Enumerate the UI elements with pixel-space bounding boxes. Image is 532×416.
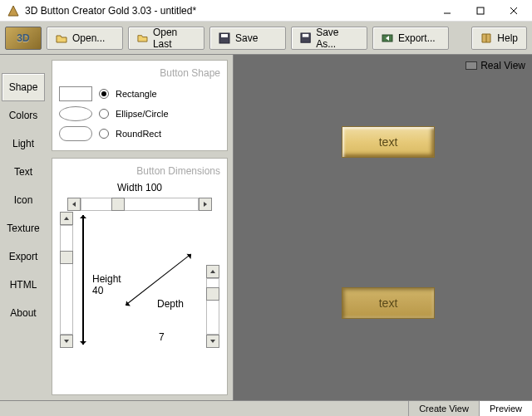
- tab-preview[interactable]: Preview: [479, 401, 532, 416]
- depth-slider[interactable]: [205, 265, 220, 348]
- app-logo: 3D: [5, 27, 42, 50]
- arrow-down-icon[interactable]: [60, 335, 73, 348]
- svg-marker-0: [8, 6, 18, 16]
- radio-rectangle-label: Rectangle: [116, 89, 157, 99]
- arrow-down-icon[interactable]: [206, 335, 219, 348]
- sidebar-item-light[interactable]: Light: [0, 130, 47, 158]
- preview-area: Real View text text: [233, 55, 532, 400]
- radio-roundrect-label: RoundRect: [116, 129, 161, 139]
- open-button[interactable]: Open...: [47, 27, 123, 50]
- real-view-label: Real View: [480, 60, 525, 71]
- height-slider[interactable]: [59, 212, 74, 348]
- export-icon: [382, 32, 393, 44]
- svg-rect-2: [477, 7, 484, 14]
- sidebar-item-icon[interactable]: Icon: [0, 186, 47, 214]
- svg-rect-6: [221, 34, 228, 37]
- monitor-icon: [466, 61, 477, 70]
- floppy-icon: [219, 32, 230, 44]
- toolbar: 3D Open... Open Last Save Save As... Exp…: [0, 22, 532, 55]
- app-icon: [7, 4, 20, 17]
- button-shape-group: Button Shape Rectangle Ellipse/Circle Ro…: [52, 60, 228, 151]
- sidebar-item-html[interactable]: HTML: [0, 271, 47, 299]
- sidebar-item-colors[interactable]: Colors: [0, 101, 47, 130]
- ellipse-preview-icon: [59, 106, 92, 121]
- roundrect-preview-icon: [59, 126, 92, 141]
- preview-button-normal: text: [342, 126, 435, 158]
- svg-marker-12: [204, 202, 207, 207]
- height-dimension-arrow: [82, 215, 84, 345]
- footer: Create View Preview: [0, 400, 532, 416]
- open-last-label: Open Last: [153, 27, 195, 50]
- button-shape-title: Button Shape: [59, 67, 220, 79]
- help-label: Help: [497, 32, 518, 44]
- sidebar-item-texture[interactable]: Texture: [0, 214, 47, 242]
- depth-label: Depth: [157, 298, 184, 310]
- export-button[interactable]: Export...: [372, 27, 449, 50]
- window-title: 3D Button Creator Gold 3.03 - untitled*: [25, 5, 431, 17]
- height-label: Height 40: [92, 273, 121, 296]
- depth-value: 7: [159, 331, 165, 343]
- arrow-right-icon[interactable]: [199, 198, 212, 211]
- floppy-icon: [300, 32, 311, 44]
- sidebar-item-export[interactable]: Export: [0, 242, 47, 271]
- sidebar-item-text[interactable]: Text: [0, 158, 47, 186]
- save-as-button[interactable]: Save As...: [291, 27, 367, 50]
- arrow-left-icon[interactable]: [67, 198, 81, 211]
- arrow-up-icon[interactable]: [206, 265, 219, 278]
- radio-roundrect[interactable]: [99, 129, 109, 139]
- width-slider[interactable]: [67, 197, 212, 212]
- sidebar: Shape Colors Light Text Icon Texture Exp…: [0, 55, 47, 400]
- button-dimensions-title: Button Dimensions: [59, 165, 220, 177]
- arrow-up-icon[interactable]: [60, 212, 73, 225]
- svg-marker-14: [64, 340, 69, 343]
- export-label: Export...: [398, 32, 436, 44]
- width-label: Width 100: [59, 182, 220, 193]
- save-label: Save: [235, 32, 258, 44]
- svg-rect-8: [303, 33, 309, 37]
- open-label: Open...: [72, 32, 105, 44]
- depth-slider-thumb[interactable]: [206, 287, 219, 301]
- svg-marker-15: [210, 270, 215, 273]
- save-button[interactable]: Save: [209, 27, 286, 50]
- button-dimensions-group: Button Dimensions Width 100 Height 40: [52, 158, 228, 395]
- svg-marker-16: [210, 340, 215, 343]
- book-icon: [480, 32, 492, 44]
- folder-open-icon: [56, 32, 67, 44]
- open-last-button[interactable]: Open Last: [128, 27, 204, 50]
- save-as-label: Save As...: [316, 27, 358, 50]
- height-slider-thumb[interactable]: [60, 251, 73, 264]
- sidebar-item-about[interactable]: About: [0, 299, 47, 327]
- titlebar: 3D Button Creator Gold 3.03 - untitled*: [0, 0, 532, 22]
- tab-create-view[interactable]: Create View: [408, 401, 479, 416]
- radio-ellipse-label: Ellipse/Circle: [116, 109, 169, 119]
- help-button[interactable]: Help: [471, 27, 527, 50]
- close-button[interactable]: [497, 1, 530, 21]
- preview-button-pressed: text: [342, 287, 435, 319]
- folder-open-icon: [137, 32, 148, 44]
- width-slider-thumb[interactable]: [111, 198, 125, 211]
- radio-ellipse[interactable]: [99, 109, 109, 119]
- real-view-toggle[interactable]: Real View: [466, 60, 525, 71]
- rectangle-preview-icon: [59, 86, 92, 101]
- minimize-button[interactable]: [431, 1, 464, 21]
- sidebar-item-shape[interactable]: Shape: [2, 73, 45, 101]
- radio-rectangle[interactable]: [99, 89, 109, 99]
- svg-marker-13: [64, 217, 69, 220]
- maximize-button[interactable]: [464, 1, 497, 21]
- svg-marker-11: [72, 202, 76, 207]
